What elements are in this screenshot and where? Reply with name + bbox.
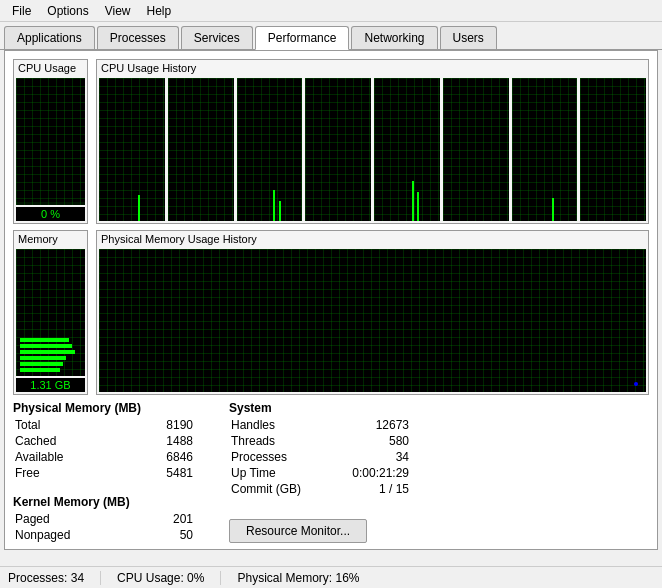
handles-label: Handles [229,417,326,433]
mem-bar-4 [20,362,63,366]
kernel-memory-table: Paged 201 Nonpaged 50 [13,511,213,543]
paged-val: 201 [130,511,213,527]
cpu-history-panel: CPU Usage History [96,59,649,224]
cpu-usage-label: CPU Usage [14,60,87,76]
status-cpu-val: 0% [187,571,204,585]
available-val: 6846 [117,449,213,465]
status-memory-val: 16% [335,571,359,585]
mem-bars [20,338,81,372]
mem-bar-2 [20,350,75,354]
main-content: CPU Usage 0 % CPU Usage History [4,50,658,550]
processes-label: Processes [229,449,326,465]
mem-bar-3 [20,356,66,360]
table-row: Nonpaged 50 [13,527,213,543]
total-val: 8190 [117,417,213,433]
threads-label: Threads [229,433,326,449]
cpu-core-5 [443,78,509,221]
bottom-stats: Physical Memory (MB) Total 8190 Cached 1… [13,401,649,543]
mem-bar-5 [20,368,60,372]
physical-memory-table: Total 8190 Cached 1488 Available 6846 Fr… [13,417,213,481]
memory-section: Memory 1.31 GB Physical Memory Usage His… [13,230,649,395]
memory-history-panel: Physical Memory Usage History [96,230,649,395]
cpu-history-label: CPU Usage History [97,60,648,76]
cached-val: 1488 [117,433,213,449]
handles-val: 12673 [326,417,429,433]
commit-val: 1 / 15 [326,481,429,497]
resource-monitor-button[interactable]: Resource Monitor... [229,519,367,543]
table-row: Paged 201 [13,511,213,527]
menu-options[interactable]: Options [39,2,96,20]
free-val: 5481 [117,465,213,481]
tab-networking[interactable]: Networking [351,26,437,49]
status-cpu: CPU Usage: 0% [117,571,221,585]
memory-usage-panel: Memory 1.31 GB [13,230,88,395]
tab-performance[interactable]: Performance [255,26,350,50]
system-heading: System [229,401,429,415]
uptime-val: 0:00:21:29 [326,465,429,481]
mem-history-grid [99,249,646,392]
table-row: Available 6846 [13,449,213,465]
system-stats: System Handles 12673 Threads 580 Process… [229,401,429,543]
physical-memory-heading: Physical Memory (MB) [13,401,213,415]
paged-label: Paged [13,511,130,527]
cached-label: Cached [13,433,117,449]
mem-bar-1 [20,344,72,348]
mem-bar-0 [20,338,69,342]
menu-file[interactable]: File [4,2,39,20]
table-row: Free 5481 [13,465,213,481]
tab-services[interactable]: Services [181,26,253,49]
status-processes-val: 34 [71,571,84,585]
cpu-percent: 0 % [16,207,85,221]
menu-view[interactable]: View [97,2,139,20]
table-row: Cached 1488 [13,433,213,449]
tab-processes[interactable]: Processes [97,26,179,49]
cpu-core-7 [580,78,646,221]
nonpaged-val: 50 [130,527,213,543]
status-cpu-label: CPU Usage: [117,571,184,585]
processes-val: 34 [326,449,429,465]
memory-history-graph [99,249,646,392]
memory-history-label: Physical Memory Usage History [97,231,648,247]
cpu-core-6 [512,78,578,221]
nonpaged-label: Nonpaged [13,527,130,543]
cpu-core-1 [168,78,234,221]
tab-users[interactable]: Users [440,26,497,49]
cpu-fill [16,202,85,205]
cpu-history-graphs [99,78,646,221]
physical-memory-stats: Physical Memory (MB) Total 8190 Cached 1… [13,401,213,543]
status-bar: Processes: 34 CPU Usage: 0% Physical Mem… [0,566,662,588]
status-processes-label: Processes: [8,571,67,585]
cpu-grid [16,78,85,205]
cpu-usage-graph [16,78,85,205]
uptime-label: Up Time [229,465,326,481]
cpu-core-0 [99,78,165,221]
menu-help[interactable]: Help [139,2,180,20]
system-table: Handles 12673 Threads 580 Processes 34 U… [229,417,429,497]
total-label: Total [13,417,117,433]
kernel-memory-heading: Kernel Memory (MB) [13,495,213,509]
tab-applications[interactable]: Applications [4,26,95,49]
cpu-core-2 [237,78,303,221]
menu-bar: File Options View Help [0,0,662,22]
cpu-usage-panel: CPU Usage 0 % [13,59,88,224]
table-row: Total 8190 [13,417,213,433]
tab-bar: Applications Processes Services Performa… [0,22,662,50]
cpu-core-3 [305,78,371,221]
status-memory-label: Physical Memory: [237,571,332,585]
table-row: Processes 34 [229,449,429,465]
memory-graph [16,249,85,376]
memory-gb: 1.31 GB [16,378,85,392]
available-label: Available [13,449,117,465]
memory-label: Memory [14,231,87,247]
free-label: Free [13,465,117,481]
table-row: Up Time 0:00:21:29 [229,465,429,481]
cpu-core-4 [374,78,440,221]
table-row: Commit (GB) 1 / 15 [229,481,429,497]
cpu-section: CPU Usage 0 % CPU Usage History [13,59,649,224]
status-processes: Processes: 34 [8,571,101,585]
table-row: Handles 12673 [229,417,429,433]
commit-label: Commit (GB) [229,481,326,497]
status-memory: Physical Memory: 16% [237,571,375,585]
table-row: Threads 580 [229,433,429,449]
threads-val: 580 [326,433,429,449]
